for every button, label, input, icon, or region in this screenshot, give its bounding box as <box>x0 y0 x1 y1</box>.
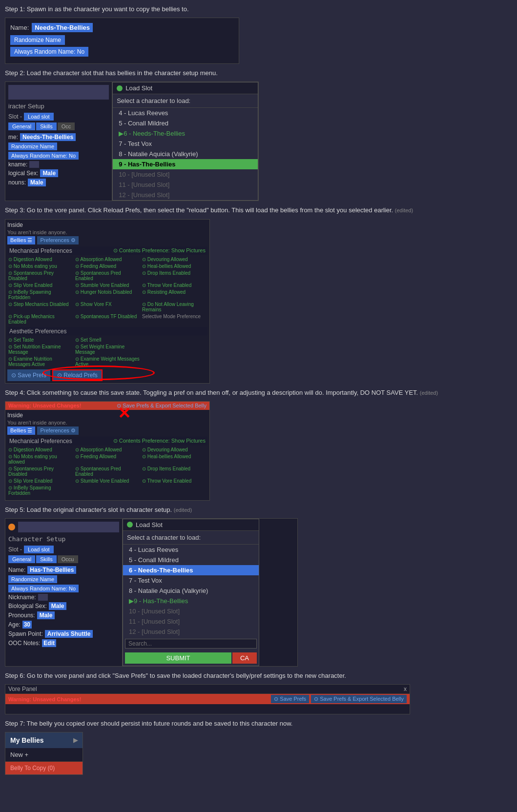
step4-warning-bar: Warning: Unsaved Changes! ⊙ Save Prefs &… <box>5 402 209 410</box>
char-item-7[interactable]: 7 - Test Vox <box>113 139 258 149</box>
step5-tab-general[interactable]: General <box>8 555 35 563</box>
step2-name-row: me: Needs-The-Bellies <box>8 133 109 141</box>
step5-load-slot-btn[interactable]: Load slot <box>24 546 54 553</box>
step2-kname-label: kname: <box>8 161 27 168</box>
step6-save-export-btn[interactable]: ⊙ Save Prefs & Export Selected Belly <box>311 695 407 703</box>
step3-prefs-tab[interactable]: Preferences ⚙ <box>37 236 78 244</box>
s4pref-8: ⊙ Drop Items Enabled <box>141 466 207 477</box>
step5-spawn-value: Arrivals Shuttle <box>45 630 93 638</box>
s4pref-14 <box>141 485 207 496</box>
char-item-12[interactable]: 12 - [Unused Slot] <box>113 190 258 200</box>
step5-char-8[interactable]: 8 - Natalie Aquicia (Valkyrie) <box>123 586 259 596</box>
char-item-9[interactable]: 9 - Has-The-Bellies <box>113 159 258 169</box>
char-item-4[interactable]: 4 - Lucas Reeves <box>113 108 258 118</box>
step5-char-6[interactable]: 6 - Needs-The-Bellies <box>123 565 259 575</box>
step3-mech-title: Mechanical Preferences ⊙ Contents Prefer… <box>7 246 207 255</box>
s4pref-10: ⊙ Stumble Vore Enabled <box>74 478 141 484</box>
step5-char-5[interactable]: 5 - Conall Mildred <box>123 555 259 565</box>
step4-inside-text: You aren't inside anyone. <box>7 420 207 426</box>
step2-name-value: Needs-The-Bellies <box>20 133 76 141</box>
pref-19: ⊙ Spontaneous TF Disabled <box>74 313 141 325</box>
step4-mech-title: Mechanical Preferences ⊙ Contents Prefer… <box>7 437 207 446</box>
step5-char-12[interactable]: 12 - [Unused Slot] <box>123 627 259 637</box>
step6-bottom-space <box>5 704 410 714</box>
step5-pronouns-value: Male <box>37 611 55 619</box>
step5-edited: (edited) <box>174 507 192 513</box>
char-item-11[interactable]: 11 - [Unused Slot] <box>113 180 258 190</box>
step5-age-value: 30 <box>22 621 32 629</box>
step1-panel: Name: Needs-The-Bellies Randomize Name A… <box>5 18 239 64</box>
step5-panel: Character Setup Slot - Load slot General… <box>5 518 298 667</box>
step5-char-setup: Character Setup Slot - Load slot General… <box>5 519 123 666</box>
x-mark-overlay: ✕ <box>118 404 131 423</box>
step5-char-4[interactable]: 4 - Lucas Reeves <box>123 545 259 555</box>
s4pref-9: ⊙ Slip Vore Enabled <box>7 478 74 484</box>
step6-close-btn[interactable]: x <box>404 686 407 692</box>
step3-save-prefs-btn[interactable]: ⊙ Save Prefs <box>7 369 50 381</box>
tab-general[interactable]: General <box>8 122 35 130</box>
step2-always-random[interactable]: Always Random Name: No <box>8 152 79 160</box>
pref-8: ⊙ Drop Items Enabled <box>141 270 207 282</box>
step5-search-input[interactable] <box>125 639 257 649</box>
step3-reload-prefs-btn[interactable]: ⊙ Reload Prefs <box>52 369 103 381</box>
char-item-8[interactable]: 8 - Natalie Aquicia (Valkyrie) <box>113 149 258 159</box>
step5-char-10[interactable]: 10 - [Unused Slot] <box>123 606 259 616</box>
step2-text: Step 2: Load the character slot that has… <box>5 69 512 78</box>
step6-text: Step 6: Go to the vore panel and click "… <box>5 671 512 680</box>
step5-tab-skills[interactable]: Skills <box>36 555 57 563</box>
step7-new-btn[interactable]: New + <box>5 748 83 762</box>
tab-occ[interactable]: Occ <box>58 122 75 130</box>
step7-text: Step 7: The belly you copied over should… <box>5 719 512 728</box>
green-indicator <box>117 85 123 91</box>
char-item-10[interactable]: 10 - [Unused Slot] <box>113 169 258 180</box>
char-setup-input <box>8 85 109 100</box>
step3-prefs-grid: ⊙ Digestion Allowed ⊙ Absorption Allowed… <box>7 256 207 325</box>
step5-char-11[interactable]: 11 - [Unused Slot] <box>123 616 259 627</box>
step5-char-9[interactable]: ▶9 - Has-The-Bellies <box>123 596 259 606</box>
step4-bellies-tab[interactable]: Bellies ☰ <box>7 426 35 435</box>
step5-always-random[interactable]: Always Random Name: No <box>8 585 79 592</box>
save-reload-row: ⊙ Save Prefs ⊙ Reload Prefs <box>7 369 207 381</box>
step5-tabs-row: General Skills Occu <box>8 555 119 563</box>
step6-panel: Vore Panel x Warning: Unsaved Changes! ⊙… <box>5 684 410 714</box>
step1-always-random-btn[interactable]: Always Random Name: No <box>10 47 88 57</box>
step3-text: Step 3: Go to the vore panel. Click Relo… <box>5 206 512 215</box>
step4-contents-pref: ⊙ Contents Preference: Show Pictures <box>113 438 206 444</box>
step5-cancel-btn[interactable]: CA <box>232 652 257 664</box>
pref-0: ⊙ Digestion Allowed <box>7 256 74 263</box>
s4pref-5: ⊙ Heal-bellies Allowed <box>141 453 207 465</box>
step4-text: Step 4: Click something to cause this sa… <box>5 388 512 397</box>
load-slot-btn[interactable]: Load slot <box>24 113 54 121</box>
step3-bellies-tab[interactable]: Bellies ☰ <box>7 236 35 244</box>
step2-randomize[interactable]: Randomize Name <box>8 142 57 150</box>
step5-char-7[interactable]: 7 - Test Vox <box>123 575 259 586</box>
step4-prefs-tab[interactable]: Preferences ⚙ <box>37 426 78 435</box>
pref-17: ⊙ Do Not Allow Leaving Remains <box>141 301 207 313</box>
step5-submit-btn[interactable]: SUBMIT <box>125 652 231 664</box>
my-bellies-arrow: ▶ <box>73 737 78 744</box>
char-list: 4 - Lucas Reeves 5 - Conall Mildred ▶6 -… <box>113 108 258 200</box>
s4pref-11: ⊙ Throw Vore Enabled <box>141 478 207 484</box>
load-slot-popup: Load Slot Select a character to load: 4 … <box>112 82 258 201</box>
step5-randomize[interactable]: Randomize Name <box>8 575 57 583</box>
step4-prefs-grid: ⊙ Digestion Allowed ⊙ Absorption Allowed… <box>7 447 207 496</box>
step1-randomize-btn[interactable]: Randomize Name <box>10 35 65 45</box>
step5-setup-title: Character Setup <box>8 535 119 543</box>
step5-ooc-label: OOC Notes: <box>8 640 40 647</box>
step5-nickname-label: Nickname: <box>8 594 36 601</box>
char-item-5[interactable]: 5 - Conall Mildred <box>113 118 258 128</box>
char-item-6[interactable]: ▶6 - Needs-The-Bellies <box>113 128 258 139</box>
step6-save-prefs-btn[interactable]: ⊙ Save Prefs <box>271 695 309 703</box>
step3-vore-tabs: Bellies ☰ Preferences ⚙ <box>7 236 207 244</box>
pref-2: ⊙ Devouring Allowed <box>141 256 207 263</box>
my-bellies-header: My Bellies ▶ <box>5 732 83 748</box>
step5-tab-occ[interactable]: Occu <box>58 555 78 563</box>
step5-ooc-row: OOC Notes: Edit <box>8 639 119 647</box>
step7-belly-item[interactable]: Belly To Copy (0) <box>5 762 83 774</box>
pref-18: ⊙ Pick-up Mechanics Enabled <box>7 313 74 325</box>
step5-biosex-row: Biological Sex: Male <box>8 602 119 610</box>
step5-name-row: Name: Has-The-Bellies <box>8 566 119 574</box>
s4pref-12: ⊙ InBelly Spawning Forbidden <box>7 485 74 496</box>
tab-skills[interactable]: Skills <box>36 122 57 130</box>
step7-panel: My Bellies ▶ New + Belly To Copy (0) <box>5 732 83 775</box>
